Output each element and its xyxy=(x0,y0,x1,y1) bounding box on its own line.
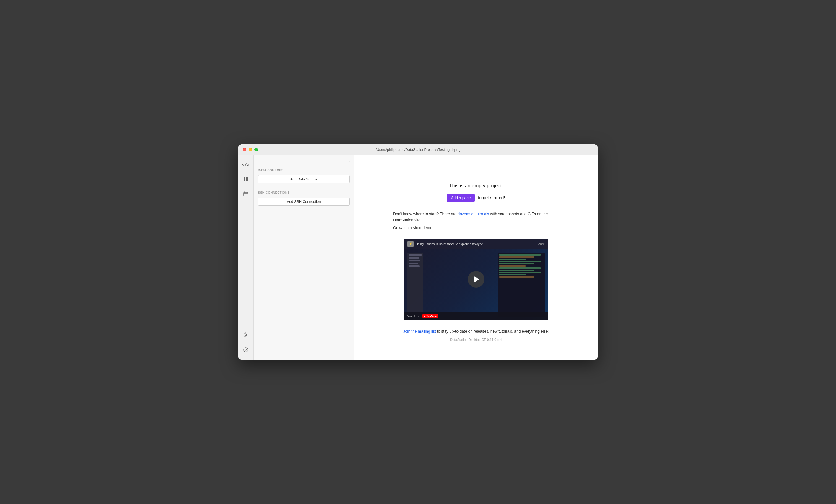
mailing-text: Join the mailing list to stay up-to-date… xyxy=(393,329,559,333)
titlebar: /Users/philipeaton/DataStationProjects/T… xyxy=(238,144,598,155)
code-icon: </> xyxy=(242,162,249,167)
get-started-text: to get started! xyxy=(478,195,505,200)
play-button[interactable] xyxy=(468,271,484,288)
video-thumbnail: ⚡ Using Pandas in DataStation to explore… xyxy=(404,239,548,320)
add-ssh-connection-button[interactable]: Add SSH Connection xyxy=(258,198,350,206)
tutorials-text: Don't know where to start? There are doz… xyxy=(393,211,559,223)
version-text: DataStation Desktop CE 0.11.0-rc4 xyxy=(450,338,502,342)
mailing-text-after: to stay up-to-date on releases, new tuto… xyxy=(436,329,549,333)
icon-sidebar: </> xyxy=(238,155,253,360)
code-icon-button[interactable]: </> xyxy=(241,160,251,170)
svg-rect-4 xyxy=(244,192,248,196)
tutorials-text-before: Don't know where to start? There are xyxy=(393,212,458,216)
svg-rect-0 xyxy=(244,177,246,179)
tutorials-link[interactable]: dozens of tutorials xyxy=(458,212,489,216)
grid-icon-button[interactable] xyxy=(241,175,251,185)
watch-demo-text: Or watch a short demo. xyxy=(393,226,559,230)
video-sidebar-mock xyxy=(407,253,423,317)
video-title-bar: ⚡ Using Pandas in DataStation to explore… xyxy=(404,239,548,249)
svg-rect-1 xyxy=(246,177,248,179)
data-sources-label: DATA SOURCES xyxy=(258,169,350,172)
minimize-button[interactable] xyxy=(249,148,252,151)
svg-text:?: ? xyxy=(245,348,247,352)
settings-icon-button[interactable] xyxy=(241,330,251,341)
main-content: This is an empty project. Add a page to … xyxy=(355,155,598,360)
play-icon xyxy=(474,276,479,283)
add-data-source-button[interactable]: Add Data Source xyxy=(258,175,350,183)
video-container[interactable]: ⚡ Using Pandas in DataStation to explore… xyxy=(404,239,548,320)
add-page-row: Add a page to get started! xyxy=(447,194,505,202)
traffic-lights xyxy=(243,148,258,151)
empty-project-section: This is an empty project. Add a page to … xyxy=(393,183,559,211)
mailing-list-link[interactable]: Join the mailing list xyxy=(403,329,436,333)
collapse-panel-button[interactable]: ‹ xyxy=(348,160,350,164)
ssh-connections-label: SSH CONNECTIONS xyxy=(258,191,350,194)
schedule-icon xyxy=(243,191,249,198)
empty-project-title: This is an empty project. xyxy=(449,183,503,189)
svg-rect-2 xyxy=(244,179,246,181)
app-body: </> xyxy=(238,155,598,360)
close-button[interactable] xyxy=(243,148,246,151)
grid-icon xyxy=(243,176,249,183)
mailing-section: Join the mailing list to stay up-to-date… xyxy=(393,329,559,333)
video-logo: ⚡ xyxy=(407,241,414,247)
window-title: /Users/philipeaton/DataStationProjects/T… xyxy=(376,148,460,152)
svg-rect-3 xyxy=(246,179,248,181)
gear-icon xyxy=(243,332,249,339)
maximize-button[interactable] xyxy=(254,148,258,151)
schedule-icon-button[interactable] xyxy=(241,190,251,199)
help-icon: ? xyxy=(243,347,249,354)
video-bottom-bar: Watch on ▶ YouTube xyxy=(404,312,548,320)
app-window: /Users/philipeaton/DataStationProjects/T… xyxy=(238,144,598,360)
youtube-logo: ▶ YouTube xyxy=(422,314,438,318)
help-icon-button[interactable]: ? xyxy=(241,345,251,355)
svg-point-9 xyxy=(245,334,247,336)
add-page-button[interactable]: Add a page xyxy=(447,194,475,202)
share-text: Share xyxy=(537,242,545,246)
video-title-text: Using Pandas in DataStation to explore e… xyxy=(416,242,534,246)
tutorials-section: Don't know where to start? There are doz… xyxy=(393,211,559,234)
watch-on-text: Watch on xyxy=(407,314,420,318)
video-code-mock xyxy=(498,253,545,317)
left-panel: ‹ DATA SOURCES Add Data Source SSH CONNE… xyxy=(253,155,355,360)
svg-rect-8 xyxy=(245,194,246,195)
